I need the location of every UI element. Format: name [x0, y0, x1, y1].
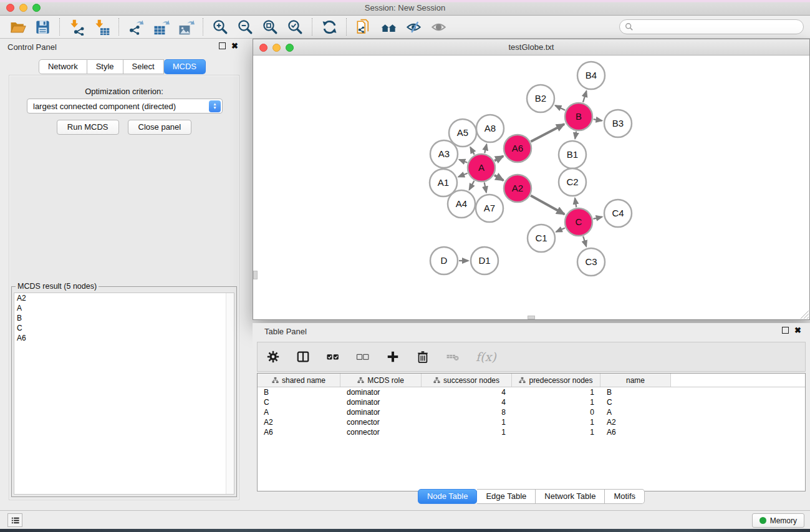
zoom-selected-button[interactable] [285, 17, 305, 36]
node-D1[interactable]: D1 [471, 247, 498, 274]
cell-predecessor-nodes[interactable]: 1 [512, 398, 600, 407]
save-session-button[interactable] [32, 17, 52, 36]
node-C1[interactable]: C1 [528, 225, 555, 252]
zoom-window-button[interactable] [32, 4, 41, 12]
cell-shared-name[interactable]: A6 [258, 428, 340, 437]
float-panel-button[interactable] [219, 42, 226, 49]
edge-B-B1[interactable] [575, 132, 576, 139]
import-network-button[interactable] [67, 17, 87, 36]
edge-C-C2[interactable] [575, 198, 576, 208]
memory-button[interactable]: Memory [752, 513, 804, 528]
search-input[interactable] [634, 22, 803, 31]
edge-A6-B[interactable] [531, 124, 564, 142]
cell-successor-nodes[interactable]: 1 [422, 428, 512, 437]
table-row[interactable]: Cdominator41C [258, 397, 805, 407]
network-zoom-button[interactable] [286, 44, 294, 52]
zoom-out-button[interactable] [235, 17, 255, 36]
node-C2[interactable]: C2 [559, 168, 586, 196]
node-B[interactable]: B [565, 103, 592, 130]
import-table-button[interactable] [92, 17, 112, 36]
network-close-button[interactable] [259, 44, 268, 52]
add-column-button[interactable] [386, 350, 400, 364]
cell-MCDS-role[interactable]: dominator [340, 408, 422, 417]
cell-shared-name[interactable]: B [258, 388, 340, 397]
cell-predecessor-nodes[interactable]: 0 [512, 408, 600, 417]
column-header-name[interactable]: name [600, 374, 671, 387]
network-canvas[interactable]: B4B2BB3A5A8A6B1A3AC2A1A2A4A7C4CC1C3DD1 [253, 56, 809, 319]
result-item-A6[interactable]: A6 [14, 333, 234, 343]
documents-network-button[interactable] [354, 17, 374, 36]
edge-A-A7[interactable] [485, 183, 486, 193]
cell-successor-nodes[interactable]: 1 [422, 418, 512, 427]
tab-style[interactable]: Style [87, 59, 123, 74]
optimization-criterion-dropdown[interactable]: largest connected component (directed) ▲… [27, 99, 223, 114]
edge-A-A6[interactable] [494, 156, 503, 160]
edge-B-B2[interactable] [555, 105, 565, 110]
node-A6[interactable]: A6 [504, 135, 531, 162]
column-header-predecessor-nodes[interactable]: predecessor nodes [512, 374, 600, 387]
export-image-button[interactable] [176, 17, 196, 36]
result-item-A2[interactable]: A2 [14, 293, 234, 303]
column-header-MCDS-role[interactable]: MCDS role [340, 374, 422, 387]
edge-A-A2[interactable] [494, 175, 504, 180]
table-tab-network-table[interactable]: Network Table [536, 489, 605, 504]
tab-mcds[interactable]: MCDS [164, 59, 206, 74]
tab-network[interactable]: Network [39, 59, 87, 74]
result-item-C[interactable]: C [14, 323, 234, 333]
cell-MCDS-role[interactable]: connector [340, 418, 422, 427]
function-builder-button[interactable]: f(x) [476, 350, 496, 364]
node-B4[interactable]: B4 [577, 62, 605, 89]
column-header-shared-name[interactable]: shared name [258, 374, 340, 387]
edge-C-C1[interactable] [556, 228, 565, 232]
cell-name[interactable]: A2 [600, 418, 671, 427]
cell-name[interactable]: A [600, 408, 671, 417]
edge-A2-C[interactable] [531, 196, 564, 215]
close-panel-icon[interactable]: ✖ [231, 42, 238, 49]
zoom-fit-button[interactable] [260, 17, 280, 36]
table-row[interactable]: Adominator80A [258, 407, 805, 417]
task-history-button[interactable] [7, 513, 22, 527]
node-table[interactable]: shared nameMCDS rolesuccessor nodesprede… [257, 373, 806, 491]
node-C[interactable]: C [565, 208, 592, 236]
edge-B-B4[interactable] [583, 91, 586, 102]
edge-A-A1[interactable] [458, 173, 467, 177]
mcds-result-list[interactable]: A2ABCA6 [14, 293, 234, 495]
cell-shared-name[interactable]: A2 [258, 418, 340, 427]
result-list-scrollbar[interactable] [226, 293, 234, 494]
node-A5[interactable]: A5 [449, 119, 476, 147]
node-A8[interactable]: A8 [476, 115, 504, 142]
cell-predecessor-nodes[interactable]: 1 [512, 388, 600, 397]
cell-successor-nodes[interactable]: 4 [422, 388, 512, 397]
table-tab-motifs[interactable]: Motifs [605, 489, 645, 504]
minimize-window-button[interactable] [19, 4, 27, 12]
houses-button[interactable] [378, 17, 398, 36]
close-window-button[interactable] [6, 4, 14, 12]
node-B1[interactable]: B1 [559, 141, 586, 168]
edge-A-A5[interactable] [470, 147, 474, 155]
cell-MCDS-role[interactable]: dominator [340, 398, 422, 407]
node-B2[interactable]: B2 [527, 85, 554, 112]
node-A[interactable]: A [468, 154, 495, 181]
network-minimize-button[interactable] [272, 44, 281, 52]
node-A2[interactable]: A2 [504, 175, 531, 202]
delete-table-button[interactable] [446, 350, 460, 364]
refresh-view-button[interactable] [319, 17, 339, 36]
vertical-scroll-thumb[interactable] [253, 271, 258, 279]
deselect-all-columns-button[interactable] [356, 350, 370, 364]
window-resize-grip[interactable] [800, 310, 809, 319]
eye-pen-button[interactable] [403, 17, 423, 36]
cell-name[interactable]: C [600, 398, 671, 407]
cell-shared-name[interactable]: C [258, 398, 340, 407]
cell-MCDS-role[interactable]: connector [340, 428, 422, 437]
result-item-B[interactable]: B [14, 313, 234, 323]
table-row[interactable]: A6connector11A6 [258, 427, 805, 437]
run-mcds-button[interactable]: Run MCDS [57, 120, 119, 135]
edge-C-C4[interactable] [593, 217, 602, 219]
cell-name[interactable]: A6 [600, 428, 671, 437]
table-row[interactable]: Bdominator41B [258, 387, 805, 397]
node-C4[interactable]: C4 [604, 200, 632, 227]
node-A4[interactable]: A4 [448, 190, 475, 218]
cell-predecessor-nodes[interactable]: 1 [512, 428, 600, 437]
float-table-panel-button[interactable] [782, 327, 789, 334]
edge-A-A8[interactable] [485, 144, 486, 153]
